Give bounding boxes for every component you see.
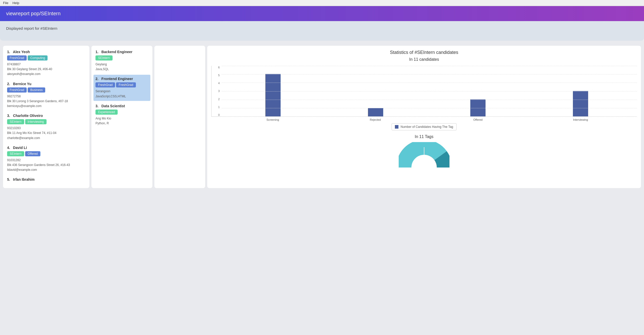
menu-help[interactable]: Help: [12, 1, 19, 5]
stats-panel: Statistics of #SEIntern candidates In 11…: [207, 46, 641, 188]
bar-group: [222, 66, 324, 116]
candidate-tag: Computing: [28, 55, 47, 60]
candidate-name: 2. Bernice Yu: [7, 82, 85, 86]
stats-title: Statistics of #SEIntern candidates: [211, 50, 637, 55]
bar-chart-container: 6543210 ScreeningRejectedOfferedIntervie…: [211, 66, 637, 121]
candidate-tag: Interviewing: [25, 119, 46, 124]
candidate-tags: SEInternOffered: [7, 151, 85, 156]
candidate-item: 4. David Li SEInternOffered 91031282 Blk…: [7, 146, 85, 173]
candidate-name: 4. David Li: [7, 146, 85, 150]
legend-box: [395, 125, 398, 129]
candidates-subtitle: In 11 candidates: [211, 57, 637, 62]
main-content: 1. Alex Yeoh FreshGradComputing 87438807…: [0, 44, 644, 190]
empty-panel: [154, 46, 205, 188]
bar-group: [324, 66, 427, 116]
chart-legend: Number of Candidates Having The Tag: [392, 123, 456, 130]
candidate-item: 1. Alex Yeoh FreshGradComputing 87438807…: [7, 50, 85, 77]
report-header-text: Displayed report for #SEIntern: [6, 26, 57, 31]
job-info: Geylang Java,SQL: [95, 62, 148, 72]
candidate-tag: FreshGrad: [7, 87, 27, 93]
job-item: 3. Data Scientist Experienced Ang Mo Kio…: [95, 104, 148, 126]
candidate-tags: FreshGradComputing: [7, 55, 85, 60]
candidate-item: 2. Bernice Yu FreshGradBusiness 99272758…: [7, 82, 85, 109]
candidate-tag: SEIntern: [7, 119, 24, 124]
job-info: Ang Mo Kio Python, R: [95, 116, 148, 126]
candidate-name: 3. Charlotte Oliveiro: [7, 114, 85, 118]
candidate-info: 93210283 Blk 11 Ang Mo Kio Street 74, #1…: [7, 126, 85, 141]
title-text: viewreport pop/SEIntern: [6, 11, 61, 16]
report-header: Displayed report for #SEIntern: [0, 21, 644, 41]
bar: [265, 74, 281, 116]
bar: [368, 108, 383, 116]
menu-file[interactable]: File: [3, 1, 8, 5]
candidate-info: 87438807 Blk 30 Geylang Street 29, #06-4…: [7, 62, 85, 77]
job-title: 2. Frontend Engineer: [95, 77, 148, 81]
jobs-panel: 1. Backend Engineer SEIntern Geylang Jav…: [91, 46, 152, 188]
job-tags: Experienced: [95, 110, 148, 115]
title-bar: viewreport pop/SEIntern: [0, 6, 644, 21]
candidate-tags: FreshGradBusiness: [7, 87, 85, 93]
candidate-name: 5. Irfan Ibrahim: [7, 177, 85, 181]
job-tag: FreshGrad: [116, 82, 136, 87]
candidate-item: 3. Charlotte Oliveiro SEInternInterviewi…: [7, 114, 85, 141]
candidate-tag: SEIntern: [7, 151, 24, 156]
job-tags: FreshGradFreshGrad: [95, 82, 148, 87]
job-title: 3. Data Scientist: [95, 104, 148, 108]
bar-label: Rejected: [324, 118, 427, 121]
candidate-tags: SEInternInterviewing: [7, 119, 85, 124]
candidate-tag: Offered: [25, 151, 40, 156]
job-item: 1. Backend Engineer SEIntern Geylang Jav…: [95, 50, 148, 72]
job-tag: SEIntern: [95, 55, 112, 60]
job-item: 2. Frontend Engineer FreshGradFreshGrad …: [93, 75, 150, 101]
candidate-tag: Business: [28, 87, 45, 93]
candidate-item: 5. Irfan Ibrahim: [7, 177, 85, 183]
pie-section: In 11 Tags: [211, 134, 637, 170]
job-title: 1. Backend Engineer: [95, 50, 148, 54]
bar-group: [427, 66, 529, 116]
candidates-panel: 1. Alex Yeoh FreshGradComputing 87438807…: [3, 46, 89, 188]
candidate-name: 1. Alex Yeoh: [7, 50, 85, 54]
pie-chart: [211, 142, 637, 170]
bar-label: Screening: [221, 118, 324, 121]
bar-group: [529, 66, 632, 116]
legend-label: Number of Candidates Having The Tag: [400, 125, 453, 129]
tags-subtitle: In 11 Tags: [211, 134, 637, 139]
job-tag: Experienced: [95, 110, 118, 115]
candidate-info: 91031282 Blk 436 Serangoon Gardens Stree…: [7, 158, 85, 173]
bar: [573, 91, 588, 116]
menu-bar: File Help: [0, 0, 644, 6]
job-tags: SEIntern: [95, 55, 148, 60]
bar-label: Interviewing: [529, 118, 632, 121]
candidate-info: 99272758 Blk 30 Lorong 3 Serangoon Garde…: [7, 94, 85, 109]
job-tag: FreshGrad: [95, 82, 115, 87]
bar: [470, 99, 486, 116]
bar-label: Offered: [427, 118, 529, 121]
job-info: Serangoon JavaScript,CSS,HTML: [95, 89, 148, 99]
candidate-tag: FreshGrad: [7, 55, 27, 60]
